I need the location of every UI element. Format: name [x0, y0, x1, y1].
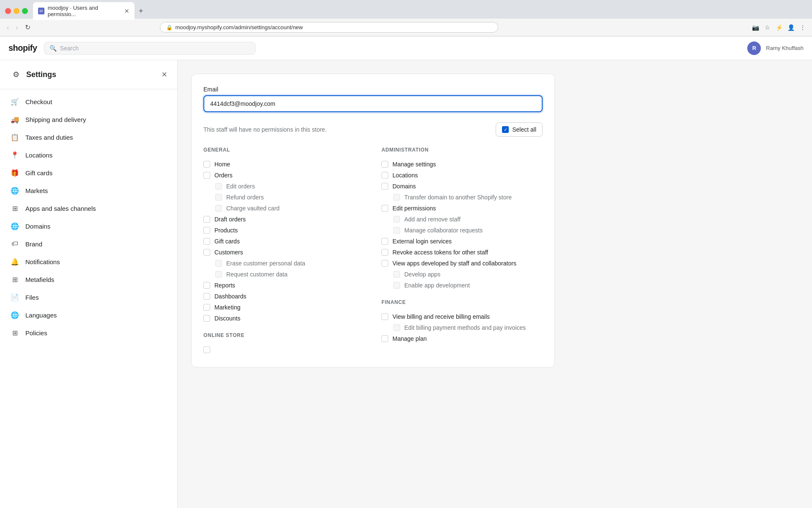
perm-products-label: Products: [214, 227, 238, 234]
develop-apps-checkbox[interactable]: [393, 271, 400, 278]
sidebar-item-markets[interactable]: 🌐 Markets: [0, 182, 177, 199]
sidebar-item-label: Languages: [25, 312, 57, 319]
sidebar-item-gift-cards[interactable]: 🎁 Gift cards: [0, 164, 177, 182]
permissions-card: Email This staff will have no permission…: [191, 74, 555, 367]
finance-section-label: FINANCE: [381, 299, 543, 305]
perm-request-customer: Request customer data: [203, 269, 365, 280]
transfer-domain-checkbox[interactable]: [393, 194, 400, 201]
discounts-checkbox[interactable]: [203, 315, 210, 322]
perm-revoke-tokens: Revoke access tokens for other staff: [381, 247, 543, 258]
general-column: GENERAL Home Orders Edit orders: [203, 145, 365, 355]
gift-cards-icon: 🎁: [10, 168, 19, 177]
add-remove-staff-checkbox[interactable]: [393, 216, 400, 223]
browser-toolbar: ‹ › ↻ 🔒 moodjoy.myshopify.com/admin/sett…: [0, 19, 812, 36]
sidebar-item-policies[interactable]: ⊞ Policies: [0, 324, 177, 342]
edit-billing-payment-checkbox[interactable]: [393, 324, 400, 331]
perm-request-customer-label: Request customer data: [226, 271, 288, 278]
charge-vaulted-checkbox[interactable]: [215, 205, 222, 212]
perm-locations-admin-label: Locations: [392, 172, 418, 179]
user-avatar[interactable]: R: [747, 41, 761, 55]
manage-settings-checkbox[interactable]: [381, 161, 388, 168]
erase-customer-checkbox[interactable]: [215, 260, 222, 267]
sidebar-item-metafields[interactable]: ⊞ Metafields: [0, 271, 177, 288]
perm-view-billing-label: View billing and receive billing emails: [392, 313, 490, 320]
header-search[interactable]: 🔍 Search: [44, 42, 255, 55]
perm-gift-cards-label: Gift cards: [214, 238, 240, 245]
marketing-checkbox[interactable]: [203, 304, 210, 311]
sidebar-item-apps[interactable]: ⊞ Apps and sales channels: [0, 199, 177, 217]
menu-icon[interactable]: ⋮: [798, 23, 807, 32]
enable-dev-checkbox[interactable]: [393, 282, 400, 289]
tab-close-button[interactable]: ✕: [124, 8, 129, 14]
customers-checkbox[interactable]: [203, 249, 210, 256]
close-traffic-light[interactable]: [5, 8, 11, 14]
sidebar-item-taxes[interactable]: 📋 Taxes and duties: [0, 128, 177, 146]
view-apps-staff-checkbox[interactable]: [381, 260, 388, 267]
sidebar-item-domains[interactable]: 🌐 Domains: [0, 217, 177, 235]
permissions-header: This staff will have no permissions in t…: [203, 122, 543, 137]
active-tab[interactable]: M moodjoy · Users and permissio... ✕: [33, 2, 134, 20]
minimize-traffic-light[interactable]: [14, 8, 19, 14]
sidebar-item-label: Files: [25, 294, 39, 301]
sidebar-item-notifications[interactable]: 🔔 Notifications: [0, 253, 177, 271]
email-input[interactable]: [203, 95, 543, 112]
sidebar-item-label: Shipping and delivery: [25, 116, 86, 123]
perm-edit-permissions: Edit permissions: [381, 203, 543, 214]
settings-close-button[interactable]: ×: [162, 69, 167, 80]
lock-icon: 🔒: [166, 25, 173, 30]
manage-collab-checkbox[interactable]: [393, 227, 400, 234]
sidebar-item-brand[interactable]: 🏷 Brand: [0, 235, 177, 253]
perm-view-apps-staff-label: View apps developed by staff and collabo…: [392, 260, 516, 267]
profile-icon[interactable]: 👤: [787, 23, 795, 32]
perm-charge-vaulted: Charge vaulted card: [203, 203, 365, 214]
manage-plan-checkbox[interactable]: [381, 335, 388, 342]
domains-admin-checkbox[interactable]: [381, 183, 388, 190]
dashboards-checkbox[interactable]: [203, 293, 210, 300]
admin-section-label: ADMINISTRATION: [381, 147, 543, 153]
perm-transfer-domain: Transfer domain to another Shopify store: [381, 192, 543, 203]
perm-locations-admin: Locations: [381, 170, 543, 181]
url-text: moodjoy.myshopify.com/admin/settings/acc…: [175, 24, 303, 30]
email-label: Email: [203, 86, 543, 93]
sidebar-item-languages[interactable]: 🌐 Languages: [0, 306, 177, 324]
edit-permissions-checkbox[interactable]: [381, 205, 388, 212]
edit-orders-checkbox[interactable]: [215, 183, 222, 190]
forward-button[interactable]: ›: [14, 23, 19, 32]
request-customer-checkbox[interactable]: [215, 271, 222, 278]
reports-checkbox[interactable]: [203, 282, 210, 289]
orders-checkbox[interactable]: [203, 172, 210, 179]
select-all-button[interactable]: ✓ Select all: [496, 122, 543, 137]
brand-icon: 🏷: [10, 239, 19, 248]
apps-icon: ⊞: [10, 204, 19, 213]
draft-orders-checkbox[interactable]: [203, 216, 210, 223]
sidebar-item-locations[interactable]: 📍 Locations: [0, 146, 177, 164]
sidebar-item-files[interactable]: 📄 Files: [0, 288, 177, 306]
perm-external-login-label: External login services: [392, 238, 452, 245]
new-tab-button[interactable]: +: [134, 4, 148, 18]
online-store-section-label: ONLINE STORE: [203, 332, 365, 338]
products-checkbox[interactable]: [203, 227, 210, 234]
address-bar[interactable]: 🔒 moodjoy.myshopify.com/admin/settings/a…: [160, 22, 498, 33]
select-all-label: Select all: [512, 126, 536, 133]
sidebar-item-checkout[interactable]: 🛒 Checkout: [0, 93, 177, 110]
reload-button[interactable]: ↻: [23, 22, 32, 32]
sidebar-item-label: Markets: [25, 187, 48, 194]
revoke-tokens-checkbox[interactable]: [381, 249, 388, 256]
extensions-icon[interactable]: ⚡: [775, 23, 783, 32]
back-button[interactable]: ‹: [5, 23, 11, 32]
maximize-traffic-light[interactable]: [22, 8, 28, 14]
search-icon: 🔍: [49, 45, 57, 52]
online-store-checkbox[interactable]: [203, 346, 210, 353]
gift-cards-checkbox[interactable]: [203, 238, 210, 245]
refund-orders-checkbox[interactable]: [215, 194, 222, 201]
locations-admin-checkbox[interactable]: [381, 172, 388, 179]
perm-discounts: Discounts: [203, 313, 365, 324]
star-icon[interactable]: ☆: [763, 23, 771, 32]
sidebar-item-shipping[interactable]: 🚚 Shipping and delivery: [0, 110, 177, 128]
perm-manage-settings-label: Manage settings: [392, 161, 436, 168]
external-login-checkbox[interactable]: [381, 238, 388, 245]
home-checkbox[interactable]: [203, 161, 210, 168]
view-billing-checkbox[interactable]: [381, 313, 388, 320]
camera-off-icon[interactable]: 📷: [751, 23, 760, 32]
perm-reports-label: Reports: [214, 282, 235, 289]
